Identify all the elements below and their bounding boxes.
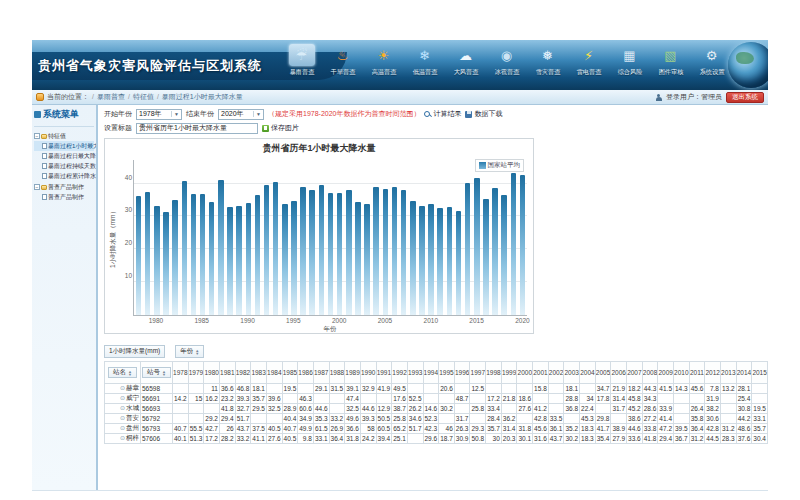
start-year-select[interactable]: 1978年 ▼ [136, 109, 182, 120]
year-column-header[interactable]: 1995 [439, 362, 455, 384]
bar-slot [180, 181, 189, 315]
y-tick-label: 40 [118, 174, 132, 181]
year-column-header[interactable]: 1983 [251, 362, 267, 384]
year-column-header[interactable]: 1997 [470, 362, 486, 384]
year-column-header[interactable]: 2014 [736, 362, 752, 384]
year-field-chip[interactable]: 年份 ▲▼ [175, 345, 204, 358]
year-column-header[interactable]: 1989 [345, 362, 361, 384]
station-name-sort-chip[interactable]: 站名 ▲▼ [108, 367, 137, 378]
value-cell: 48.7 [454, 394, 470, 404]
sidebar-group-普查产品制作[interactable]: −普查产品制作 [34, 182, 94, 192]
calculate-button[interactable]: 计算结果 [424, 109, 461, 119]
year-column-header[interactable]: 1994 [423, 362, 439, 384]
bar-2009 [419, 206, 425, 315]
value-cell: 40.7 [282, 424, 298, 434]
value-cell [298, 384, 314, 394]
year-column-header[interactable]: 1984 [266, 362, 282, 384]
bar-1997 [309, 190, 315, 315]
year-column-header[interactable]: 2012 [705, 362, 721, 384]
year-column-header[interactable]: 2015 [752, 362, 768, 384]
breadcrumb-item[interactable]: 特征值 [133, 93, 154, 100]
expander-icon[interactable]: − [34, 184, 40, 190]
year-column-header[interactable]: 1981 [219, 362, 235, 384]
expander-icon[interactable]: − [34, 133, 40, 139]
value-cell [329, 394, 345, 404]
year-column-header[interactable]: 2003 [564, 362, 580, 384]
nav-item-低温普查[interactable]: ❄低温普查 [406, 44, 443, 77]
row-expand-icon[interactable]: ⊙ [120, 385, 125, 391]
row-expand-icon[interactable]: ⊙ [120, 395, 125, 401]
value-cell: 40.4 [282, 414, 298, 424]
breadcrumb-item[interactable]: 暴雨普查 [97, 93, 125, 100]
nav-item-大风普查[interactable]: ☁大风普查 [447, 44, 484, 77]
value-cell: 26.2 [407, 404, 423, 414]
nav-item-高温普查[interactable]: ☀高温普查 [365, 44, 402, 77]
nav-item-图件审核[interactable]: ▧图件审核 [652, 44, 689, 77]
value-cell: 48.6 [736, 424, 752, 434]
row-expand-icon[interactable]: ⊙ [120, 405, 125, 411]
year-column-header[interactable]: 1987 [313, 362, 329, 384]
nav-item-雷电普查[interactable]: ⚡雷电普查 [570, 44, 607, 77]
year-column-header[interactable]: 1988 [329, 362, 345, 384]
y-tick-label: 10 [118, 272, 132, 279]
measure-chip[interactable]: 1小时降水量(mm) [104, 345, 165, 358]
year-column-header[interactable]: 2010 [674, 362, 690, 384]
value-cell: 17.2 [204, 434, 220, 444]
sidebar-item-普查产品制作[interactable]: 普查产品制作 [34, 192, 94, 202]
x-tick-label: 2005 [378, 317, 392, 324]
row-expand-icon[interactable]: ⊙ [120, 415, 125, 421]
bar-slot [427, 204, 436, 315]
year-column-header[interactable]: 2006 [611, 362, 627, 384]
nav-item-冰雹普查[interactable]: ◉冰雹普查 [488, 44, 525, 77]
year-column-header[interactable]: 2011 [689, 362, 705, 384]
value-cell: 43.7 [235, 424, 251, 434]
year-column-header[interactable]: 1980 [204, 362, 220, 384]
value-cell: 33.9 [658, 404, 674, 414]
sidebar-item-暴雨过程1小时最大降水量[interactable]: 暴雨过程1小时最大降水量 [34, 141, 94, 151]
year-column-header[interactable]: 2007 [627, 362, 643, 384]
year-column-header[interactable]: 1993 [407, 362, 423, 384]
nav-item-综合风险[interactable]: ▦综合风险 [611, 44, 648, 77]
year-column-header[interactable]: 1978 [173, 362, 189, 384]
year-column-header[interactable]: 1985 [282, 362, 298, 384]
sidebar-item-暴雨过程持续天数[interactable]: 暴雨过程持续天数 [34, 161, 94, 171]
logout-button[interactable]: 退出系统 [726, 92, 764, 103]
year-column-header[interactable]: 1982 [235, 362, 251, 384]
year-column-header[interactable]: 1998 [486, 362, 502, 384]
chart-title-input[interactable] [136, 123, 258, 134]
year-column-header[interactable]: 1992 [392, 362, 408, 384]
year-column-header[interactable]: 2005 [595, 362, 611, 384]
nav-item-雪灾普查[interactable]: ❅雪灾普查 [529, 44, 566, 77]
year-column-header[interactable]: 1991 [376, 362, 392, 384]
nav-item-系统设置[interactable]: ⚙系统设置 [693, 44, 730, 77]
station-id-sort-chip[interactable]: 站号 ▲▼ [142, 367, 171, 378]
login-user-label: 登录用户：管理员 [666, 92, 722, 102]
download-button[interactable]: 数据下载 [465, 109, 502, 119]
nav-item-干旱普查[interactable]: ♨干旱普查 [324, 44, 361, 77]
end-year-select[interactable]: 2020年 ▼ [218, 109, 264, 120]
year-column-header[interactable]: 2009 [658, 362, 674, 384]
sidebar-item-暴雨过程累计降水量[interactable]: 暴雨过程累计降水量 [34, 171, 94, 181]
year-column-header[interactable]: 1990 [360, 362, 376, 384]
year-column-header[interactable]: 2004 [580, 362, 596, 384]
row-expand-icon[interactable]: ⊙ [120, 435, 125, 441]
save-image-button[interactable]: 保存图片 [262, 123, 299, 133]
bar-1990 [246, 203, 252, 315]
value-cell: 36.4 [689, 424, 705, 434]
year-column-header[interactable]: 1986 [298, 362, 314, 384]
breadcrumb-item[interactable]: 暴雨过程1小时最大降水量 [162, 93, 243, 100]
value-cell [517, 384, 533, 394]
year-column-header[interactable]: 2002 [548, 362, 564, 384]
nav-item-暴雨普查[interactable]: ☔暴雨普查 [283, 44, 320, 77]
year-column-header[interactable]: 1996 [454, 362, 470, 384]
year-column-header[interactable]: 1979 [188, 362, 204, 384]
year-column-header[interactable]: 2008 [642, 362, 658, 384]
year-column-header[interactable]: 2001 [533, 362, 549, 384]
year-column-header[interactable]: 2013 [720, 362, 736, 384]
sidebar-item-暴雨过程日最大降水量[interactable]: 暴雨过程日最大降水量 [34, 151, 94, 161]
year-column-header[interactable]: 1999 [501, 362, 517, 384]
value-cell: 28.1 [736, 384, 752, 394]
year-column-header[interactable]: 2000 [517, 362, 533, 384]
sidebar-group-特征值[interactable]: −特征值 [34, 131, 94, 141]
row-expand-icon[interactable]: ⊙ [120, 425, 125, 431]
